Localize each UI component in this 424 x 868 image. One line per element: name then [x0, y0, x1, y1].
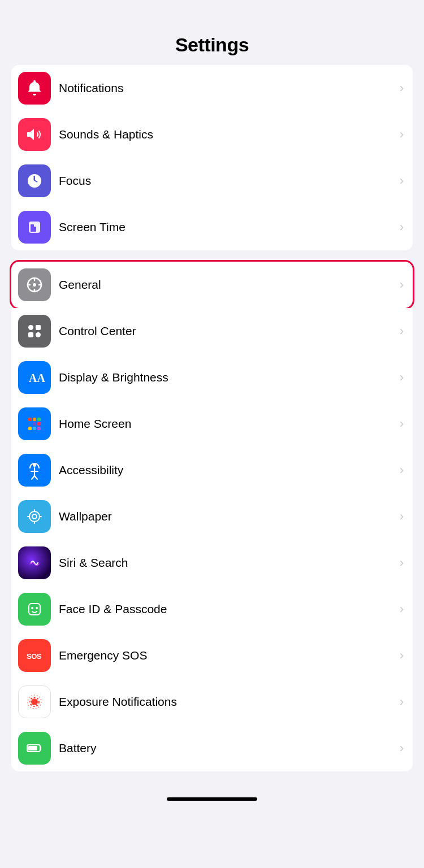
home-screen-label: Home Screen	[59, 417, 396, 431]
svg-point-28	[29, 511, 40, 522]
battery-icon	[18, 732, 51, 765]
sounds-icon	[18, 118, 51, 151]
svg-rect-19	[37, 422, 41, 426]
screen-time-label: Screen Time	[59, 220, 396, 234]
wallpaper-chevron: ›	[400, 509, 404, 524]
svg-rect-2	[31, 224, 34, 232]
display-chevron: ›	[400, 370, 404, 385]
section-2: Control Center › AA Display & Brightness…	[11, 308, 413, 771]
svg-rect-22	[37, 427, 41, 430]
svg-line-27	[34, 476, 37, 479]
bottom-bar	[0, 783, 424, 805]
accessibility-icon	[18, 454, 51, 487]
siri-chevron: ›	[400, 555, 404, 570]
general-chevron: ›	[400, 277, 404, 292]
section-general-highlighted: General ›	[11, 262, 413, 308]
screen-time-icon	[18, 211, 51, 244]
face-id-icon	[18, 593, 51, 626]
face-id-label: Face ID & Passcode	[59, 602, 396, 616]
svg-point-4	[33, 283, 36, 287]
section-1: Notifications › Sounds & Haptics › Focus…	[11, 65, 413, 250]
control-center-chevron: ›	[400, 324, 404, 338]
sidebar-item-emergency-sos[interactable]: SOS Emergency SOS ›	[11, 632, 413, 679]
home-screen-chevron: ›	[400, 416, 404, 431]
svg-rect-20	[28, 427, 32, 430]
display-icon: AA	[18, 361, 51, 394]
svg-rect-10	[36, 325, 41, 330]
svg-text:SOS: SOS	[27, 652, 42, 661]
accessibility-chevron: ›	[400, 463, 404, 478]
sidebar-item-siri[interactable]: Siri & Search ›	[11, 540, 413, 586]
sidebar-item-screen-time[interactable]: Screen Time ›	[11, 204, 413, 250]
sidebar-item-home-screen[interactable]: Home Screen ›	[11, 401, 413, 447]
sidebar-item-wallpaper[interactable]: Wallpaper ›	[11, 493, 413, 540]
focus-chevron: ›	[400, 173, 404, 188]
svg-rect-21	[33, 427, 36, 430]
sidebar-item-display[interactable]: AA Display & Brightness ›	[11, 354, 413, 401]
notifications-label: Notifications	[59, 81, 396, 95]
svg-point-36	[31, 607, 33, 609]
emergency-sos-chevron: ›	[400, 648, 404, 663]
svg-rect-17	[28, 422, 32, 426]
sidebar-item-exposure[interactable]: Exposure Notifications ›	[11, 679, 413, 725]
sidebar-item-accessibility[interactable]: Accessibility ›	[11, 447, 413, 493]
svg-line-26	[32, 476, 34, 479]
svg-text:AA: AA	[29, 372, 45, 384]
svg-point-29	[32, 514, 37, 519]
screen-time-chevron: ›	[400, 220, 404, 235]
svg-point-37	[36, 607, 38, 609]
home-screen-icon	[18, 407, 51, 440]
svg-rect-12	[36, 332, 41, 337]
exposure-label: Exposure Notifications	[59, 695, 396, 709]
nav-header: Settings	[0, 28, 424, 65]
accessibility-label: Accessibility	[59, 463, 396, 477]
emergency-sos-icon: SOS	[18, 639, 51, 672]
svg-rect-15	[33, 418, 36, 421]
sidebar-item-focus[interactable]: Focus ›	[11, 158, 413, 204]
sounds-label: Sounds & Haptics	[59, 128, 396, 141]
siri-icon	[18, 546, 51, 579]
sidebar-item-face-id[interactable]: Face ID & Passcode ›	[11, 586, 413, 632]
sidebar-item-control-center[interactable]: Control Center ›	[11, 308, 413, 354]
sounds-chevron: ›	[400, 127, 404, 142]
svg-rect-16	[37, 418, 41, 421]
general-icon	[18, 268, 51, 301]
control-center-icon	[18, 315, 51, 348]
exposure-icon	[18, 685, 51, 718]
exposure-chevron: ›	[400, 695, 404, 709]
focus-icon	[18, 164, 51, 197]
svg-point-39	[31, 698, 38, 705]
focus-label: Focus	[59, 174, 396, 188]
sidebar-item-sounds[interactable]: Sounds & Haptics ›	[11, 111, 413, 158]
battery-chevron: ›	[400, 741, 404, 756]
general-label: General	[59, 278, 396, 292]
svg-rect-14	[28, 418, 32, 421]
face-id-chevron: ›	[400, 602, 404, 617]
wallpaper-label: Wallpaper	[59, 510, 396, 523]
svg-rect-9	[28, 325, 33, 330]
sidebar-item-battery[interactable]: Battery ›	[11, 725, 413, 771]
emergency-sos-label: Emergency SOS	[59, 649, 396, 662]
sidebar-item-general[interactable]: General ›	[11, 262, 413, 308]
notifications-icon	[18, 72, 51, 105]
page-title: Settings	[0, 34, 424, 56]
control-center-label: Control Center	[59, 324, 396, 338]
wallpaper-icon	[18, 500, 51, 533]
battery-label: Battery	[59, 741, 396, 755]
home-indicator	[167, 797, 257, 801]
sidebar-item-notifications[interactable]: Notifications ›	[11, 65, 413, 111]
status-bar	[0, 0, 424, 28]
svg-rect-11	[28, 332, 33, 337]
notifications-chevron: ›	[400, 81, 404, 96]
display-label: Display & Brightness	[59, 371, 396, 384]
svg-rect-18	[33, 422, 36, 426]
siri-label: Siri & Search	[59, 556, 396, 570]
svg-rect-43	[28, 746, 37, 750]
